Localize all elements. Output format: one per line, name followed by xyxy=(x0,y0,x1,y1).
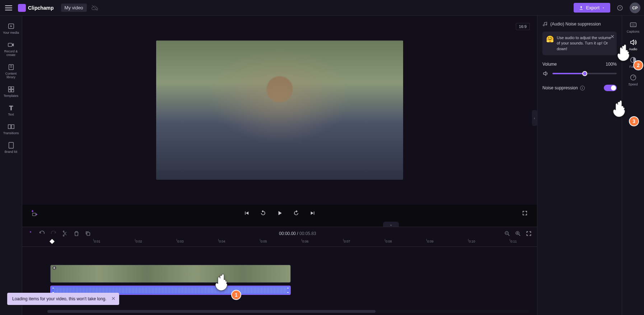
playback-controls xyxy=(22,204,537,222)
help-button[interactable]: ? xyxy=(615,3,625,13)
sidebar-item-content-library[interactable]: Content library xyxy=(0,60,22,82)
tip-emoji-icon: 🤗 xyxy=(546,35,554,52)
video-clip[interactable] xyxy=(50,265,291,283)
svg-text:CC: CC xyxy=(631,24,635,26)
export-button[interactable]: Export xyxy=(574,3,610,13)
properties-panel: (Audio) Noise suppression 🤗 Use audio to… xyxy=(537,16,622,315)
captions-icon: CC xyxy=(629,21,637,29)
play-button[interactable] xyxy=(275,209,284,217)
sidebar-item-transitions[interactable]: Transitions xyxy=(0,120,22,138)
user-avatar[interactable]: CP xyxy=(630,3,640,13)
skip-end-button[interactable] xyxy=(308,209,317,217)
undo-button[interactable] xyxy=(39,230,45,237)
svg-rect-9 xyxy=(8,125,10,129)
aspect-ratio-badge[interactable]: 16:9 xyxy=(516,23,530,30)
rewind-button[interactable] xyxy=(259,209,267,217)
chevron-down-icon xyxy=(602,6,605,10)
left-sidebar: Your media Record & create Content libra… xyxy=(0,16,22,315)
brand-icon xyxy=(7,141,15,149)
timeline-toolbar: 00:00.00 / 00:05.83 xyxy=(22,227,537,240)
help-icon: ? xyxy=(617,5,623,11)
templates-icon xyxy=(7,85,15,93)
media-icon xyxy=(7,22,15,30)
preview-area: 16:9 ‹ xyxy=(22,16,537,204)
brand-name: Clipchamp xyxy=(28,5,54,11)
timeline-timecode: 00:00.00 / 00:05.83 xyxy=(96,231,499,236)
zoom-in-button[interactable] xyxy=(515,230,521,237)
svg-rect-10 xyxy=(11,125,14,129)
clip-right-handle[interactable] xyxy=(287,288,289,293)
redo-button[interactable] xyxy=(50,230,57,237)
top-bar: Clipchamp My video Export ? CP xyxy=(0,0,644,16)
magic-button[interactable] xyxy=(27,230,34,237)
info-icon[interactable]: i xyxy=(580,86,585,90)
clip-left-handle[interactable] xyxy=(52,288,54,293)
duplicate-button[interactable] xyxy=(85,230,91,237)
upload-icon xyxy=(579,5,584,10)
fade-icon xyxy=(629,56,637,64)
svg-rect-5 xyxy=(8,87,10,89)
clipchamp-icon xyxy=(18,4,26,12)
expand-right-panel-button[interactable]: ‹ xyxy=(532,110,537,126)
transitions-icon xyxy=(7,123,15,131)
svg-rect-8 xyxy=(11,90,13,92)
ai-enhance-button[interactable] xyxy=(30,209,39,217)
zoom-out-button[interactable] xyxy=(504,230,510,237)
sidebar-item-text[interactable]: Text xyxy=(0,101,22,119)
sidebar-item-record[interactable]: Record & create xyxy=(0,38,22,60)
sidebar-item-brand-kit[interactable]: Brand kit xyxy=(0,138,22,156)
sidebar-item-templates[interactable]: Templates xyxy=(0,83,22,100)
close-toast-button[interactable]: ✕ xyxy=(111,296,116,301)
delete-button[interactable] xyxy=(73,230,80,237)
scrollbar-thumb[interactable] xyxy=(47,310,375,313)
collapse-timeline-button[interactable]: ⌄ xyxy=(383,222,399,227)
speed-icon xyxy=(629,74,637,81)
text-icon xyxy=(7,104,15,112)
forward-button[interactable] xyxy=(292,209,300,217)
loading-toast: Loading items for your video, this won't… xyxy=(7,293,119,305)
record-icon xyxy=(7,41,15,49)
right-rail: CCCaptions Audio Fade Speed xyxy=(622,16,644,315)
fullscreen-button[interactable] xyxy=(521,209,529,217)
split-button[interactable] xyxy=(62,230,68,237)
library-icon xyxy=(7,63,15,71)
svg-text:?: ? xyxy=(619,6,621,10)
tip-callout: 🤗 Use audio to adjust the volume of your… xyxy=(542,32,617,55)
rail-item-speed[interactable]: Speed xyxy=(628,74,638,86)
svg-rect-11 xyxy=(9,142,13,149)
rail-item-audio[interactable]: Audio xyxy=(629,38,637,51)
audio-icon xyxy=(629,38,637,46)
svg-rect-3 xyxy=(8,43,12,46)
brand-logo[interactable]: Clipchamp xyxy=(18,4,54,12)
export-label: Export xyxy=(586,5,599,10)
speaker-icon[interactable] xyxy=(542,70,549,77)
timeline-scrollbar[interactable] xyxy=(47,310,530,313)
music-note-icon xyxy=(542,22,547,27)
rail-item-captions[interactable]: CCCaptions xyxy=(627,21,640,33)
timeline-ruler[interactable]: 0 0:01 0:02 0:03 0:04 0:05 0:06 0:07 0:0… xyxy=(22,240,537,247)
hamburger-menu-icon[interactable] xyxy=(4,3,14,13)
project-name-input[interactable]: My video xyxy=(61,4,87,12)
volume-value: 100% xyxy=(606,62,617,67)
svg-rect-13 xyxy=(87,232,90,235)
volume-slider[interactable] xyxy=(552,73,617,74)
noise-suppression-toggle[interactable] xyxy=(604,85,617,91)
waveform xyxy=(55,287,286,293)
panel-title: (Audio) Noise suppression xyxy=(542,22,617,27)
slider-thumb[interactable] xyxy=(582,71,587,76)
svg-rect-7 xyxy=(8,90,10,92)
sync-off-icon xyxy=(91,4,98,11)
sidebar-item-your-media[interactable]: Your media xyxy=(0,19,22,37)
noise-suppression-label: Noise suppression xyxy=(542,85,578,90)
rail-item-fade[interactable]: Fade xyxy=(629,56,637,69)
svg-rect-6 xyxy=(11,87,13,89)
close-tip-button[interactable]: ✕ xyxy=(610,34,615,39)
fit-button[interactable] xyxy=(526,230,532,237)
video-preview[interactable] xyxy=(156,41,403,180)
skip-start-button[interactable] xyxy=(242,209,251,217)
volume-label: Volume xyxy=(542,62,557,67)
